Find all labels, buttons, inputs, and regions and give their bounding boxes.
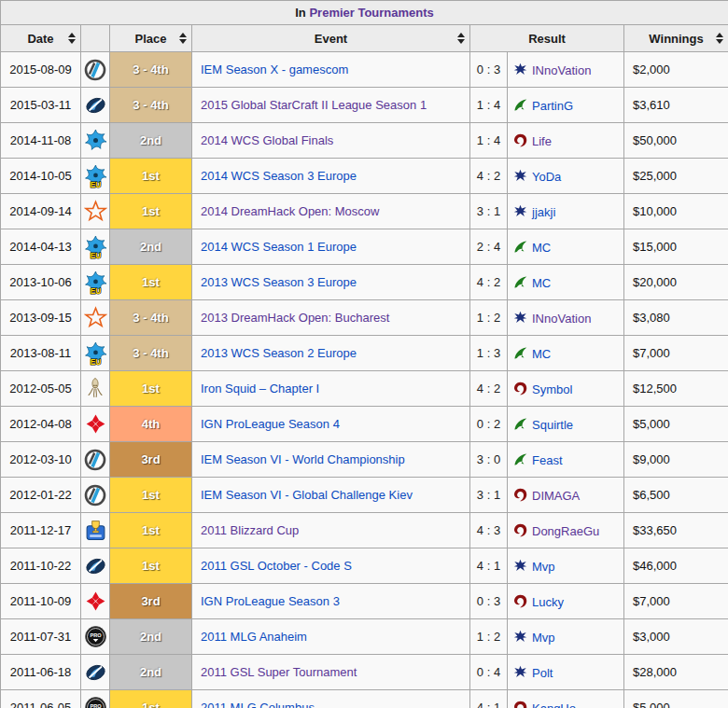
- event-link[interactable]: 2013 WCS Season 3 Europe: [201, 275, 357, 289]
- league-icon-cell[interactable]: [81, 655, 110, 690]
- league-icon-cell[interactable]: [81, 52, 110, 88]
- league-icon-cell[interactable]: [81, 548, 110, 584]
- wcs-europe-icon[interactable]: EU: [84, 345, 107, 359]
- dreamhack-star-icon[interactable]: [84, 203, 107, 217]
- event-link[interactable]: 2014 WCS Season 1 Europe: [201, 240, 357, 254]
- wcs-icon[interactable]: [84, 132, 107, 146]
- ign-proleague-icon[interactable]: [84, 593, 107, 607]
- event-link[interactable]: IEM Season X - gamescom: [201, 62, 348, 76]
- opponent-link[interactable]: Life: [532, 134, 552, 148]
- league-icon-cell[interactable]: PRO: [81, 690, 110, 708]
- event-link[interactable]: 2014 DreamHack Open: Moscow: [201, 204, 379, 218]
- event-link[interactable]: IEM Season VI - World Championship: [201, 452, 405, 466]
- column-header-event[interactable]: Event: [192, 25, 470, 52]
- iem-esl-icon[interactable]: [84, 62, 106, 76]
- league-icon-cell[interactable]: [81, 300, 110, 336]
- event-cell: 2013 WCS Season 3 Europe: [192, 265, 470, 300]
- league-icon-cell[interactable]: [81, 123, 110, 159]
- iem-esl-icon[interactable]: [84, 487, 106, 501]
- league-icon-cell[interactable]: [81, 371, 110, 407]
- event-link[interactable]: 2014 WCS Global Finals: [201, 133, 333, 147]
- opponent-link[interactable]: KangHo: [532, 701, 576, 708]
- sort-icon[interactable]: [68, 33, 76, 44]
- event-link[interactable]: IEM Season VI - Global Challenge Kiev: [201, 488, 413, 502]
- league-icon-cell[interactable]: PRO: [81, 619, 110, 655]
- sort-icon[interactable]: [716, 33, 723, 44]
- event-link[interactable]: 2011 MLG Columbus: [201, 701, 315, 708]
- gsl-icon[interactable]: [84, 558, 107, 572]
- sort-icon[interactable]: [179, 33, 187, 44]
- score-cell: 2 : 4: [470, 229, 508, 265]
- league-icon-cell[interactable]: EU: [81, 159, 110, 194]
- opponent-link[interactable]: Squirtle: [532, 418, 573, 432]
- league-icon-cell[interactable]: [81, 513, 110, 548]
- ign-proleague-icon[interactable]: [84, 416, 107, 430]
- event-link[interactable]: 2015 Global StarCraft II League Season 1: [201, 98, 427, 112]
- league-icon-cell[interactable]: [81, 584, 110, 619]
- opponent-link[interactable]: jjakji: [532, 205, 555, 219]
- score-cell: 4 : 3: [470, 513, 508, 548]
- league-icon-cell[interactable]: [81, 88, 110, 123]
- opponent-link[interactable]: Feast: [532, 453, 563, 467]
- column-header-winnings[interactable]: Winnings: [624, 25, 728, 52]
- event-cell: 2011 GSL Super Tournament: [192, 655, 470, 690]
- event-link[interactable]: 2011 MLG Anaheim: [201, 630, 307, 644]
- league-icon-cell[interactable]: EU: [81, 229, 110, 265]
- place-badge: 1st: [110, 478, 191, 512]
- event-cell: IGN ProLeague Season 4: [192, 407, 470, 442]
- opponent-link[interactable]: YoDa: [532, 170, 561, 184]
- event-cell: IEM Season X - gamescom: [192, 52, 470, 88]
- league-icon-cell[interactable]: EU: [81, 336, 110, 371]
- event-link[interactable]: 2014 WCS Season 3 Europe: [201, 169, 357, 183]
- gsl-icon[interactable]: [84, 97, 107, 111]
- league-icon-cell[interactable]: [81, 442, 110, 478]
- gsl-icon[interactable]: [84, 664, 107, 678]
- sort-icon[interactable]: [457, 33, 465, 44]
- opponent-link[interactable]: Symbol: [532, 382, 572, 396]
- mlg-pro-circuit-icon[interactable]: PRO: [84, 700, 107, 708]
- wcs-europe-icon[interactable]: EU: [84, 274, 107, 288]
- winnings-cell: $12,500: [624, 371, 728, 407]
- wcs-europe-icon[interactable]: EU: [84, 168, 107, 182]
- blizzard-cup-icon[interactable]: [84, 522, 107, 536]
- opponent-link[interactable]: DongRaeGu: [532, 524, 599, 538]
- wcs-europe-icon[interactable]: EU: [84, 239, 107, 253]
- opponent-link[interactable]: Mvp: [532, 631, 555, 645]
- event-link[interactable]: IGN ProLeague Season 4: [201, 417, 340, 431]
- column-header-place[interactable]: Place: [110, 25, 192, 52]
- opponent-link[interactable]: Mvp: [532, 560, 555, 574]
- place-badge: 3rd: [110, 442, 191, 477]
- opponent-link[interactable]: MC: [532, 276, 551, 290]
- league-icon-cell[interactable]: [81, 194, 110, 229]
- opponent-cell: Lucky: [508, 584, 624, 619]
- iron-squid-icon[interactable]: [84, 381, 106, 395]
- league-icon-cell[interactable]: [81, 407, 110, 442]
- league-icon-cell[interactable]: EU: [81, 265, 110, 300]
- event-link[interactable]: 2011 Blizzard Cup: [201, 523, 299, 537]
- premier-tournaments-link[interactable]: Premier Tournaments: [309, 6, 433, 20]
- opponent-link[interactable]: Lucky: [532, 595, 564, 609]
- table-row: 2013-08-11 EU3 - 4th2013 WCS Season 2 Eu…: [1, 336, 728, 371]
- opponent-link[interactable]: MC: [532, 241, 551, 255]
- event-link[interactable]: IGN ProLeague Season 3: [201, 594, 340, 608]
- event-link[interactable]: 2013 WCS Season 2 Europe: [201, 346, 357, 360]
- event-link[interactable]: 2013 DreamHack Open: Bucharest: [201, 311, 389, 325]
- date-cell: 2011-06-18: [1, 655, 81, 690]
- opponent-link[interactable]: Polt: [532, 666, 553, 680]
- protoss-race-icon: [513, 99, 532, 113]
- event-link[interactable]: Iron Squid – Chapter I: [201, 382, 319, 396]
- event-cell: 2014 WCS Global Finals: [192, 123, 470, 159]
- opponent-link[interactable]: INnoVation: [532, 312, 591, 326]
- dreamhack-star-icon[interactable]: [84, 310, 107, 324]
- opponent-link[interactable]: MC: [532, 347, 551, 361]
- opponent-link[interactable]: INnoVation: [532, 63, 591, 77]
- column-header-date[interactable]: Date: [1, 25, 81, 52]
- league-icon-cell[interactable]: [81, 478, 110, 513]
- event-link[interactable]: 2011 GSL Super Tournament: [201, 665, 357, 679]
- opponent-link[interactable]: DIMAGA: [532, 489, 580, 503]
- place-cell: 2nd: [110, 655, 192, 690]
- event-link[interactable]: 2011 GSL October - Code S: [201, 559, 352, 573]
- mlg-pro-circuit-icon[interactable]: PRO: [84, 629, 107, 643]
- opponent-link[interactable]: PartinG: [532, 99, 573, 113]
- iem-esl-icon[interactable]: [84, 451, 106, 465]
